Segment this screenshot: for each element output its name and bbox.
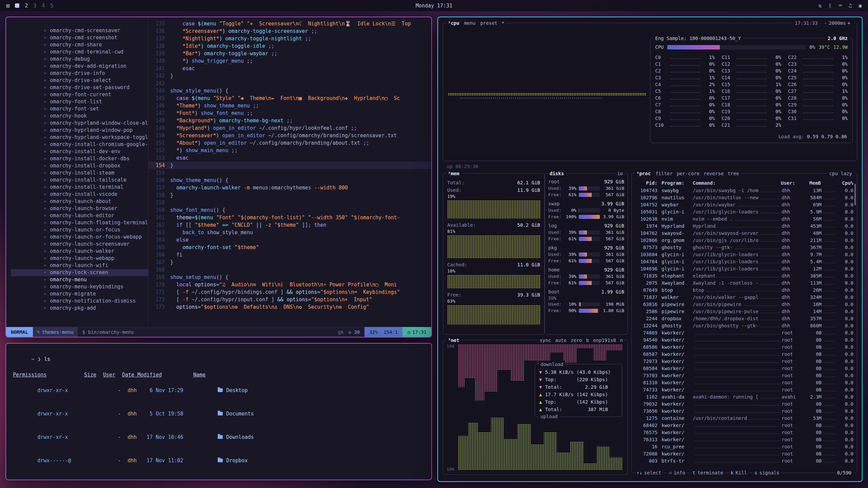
- process-row[interactable]: 94540 kworker/ root 0B 0.0: [635, 337, 853, 344]
- mem-box-title[interactable]: ²mem: [446, 170, 461, 177]
- process-row[interactable]: 76575 kworker/ root 0B 0.0: [635, 429, 853, 436]
- proc-option-button[interactable]: reverse: [702, 170, 726, 177]
- code-line[interactable]: 172 [ -f ~/.config/hypr/input.conf ] && …: [149, 296, 431, 303]
- process-row[interactable]: 71837 walker /usr/bin/walker --gappl dhh…: [635, 294, 853, 301]
- proc-box-title[interactable]: ⁴proc: [634, 170, 653, 177]
- process-row[interactable]: 2244 dropbox /home/dhh/.dropbox-dist dhh…: [635, 315, 853, 322]
- code-line[interactable]: 153 esac: [149, 154, 431, 162]
- interval-minus-button[interactable]: -: [823, 20, 829, 26]
- process-row[interactable]: 103684 glycin-i /usr/lib/glycin-loaders …: [635, 251, 853, 258]
- process-row[interactable]: 72088 kworker/ root 0B 0.0: [635, 450, 853, 458]
- process-row[interactable]: 68402 kworker/ root 0B 0.0: [635, 422, 853, 429]
- code-line[interactable]: 173 options="$options\n⚙ Defaults\n♁ DNS…: [149, 303, 431, 311]
- process-row[interactable]: 72073 kworker/ root 0B 0.0: [635, 358, 853, 365]
- io-toggle[interactable]: io: [615, 170, 625, 177]
- workspace-button[interactable]: 5: [50, 3, 53, 9]
- process-row[interactable]: 76313 kworker/ root 0B 0.0: [635, 436, 853, 443]
- code-line[interactable]: 158}: [149, 191, 431, 199]
- process-row[interactable]: 68587 kworker/ root 0B 0.0: [635, 351, 853, 358]
- process-row[interactable]: 68586 kworker/ root 0B 0.0: [635, 344, 853, 351]
- workspace-1-active[interactable]: [15, 3, 19, 8]
- preset-star[interactable]: *: [500, 20, 506, 26]
- keyboard-icon[interactable]: ⌨: [839, 2, 842, 9]
- process-row[interactable]: 104752 waybar /usr/bin/waybar dhh 69M 0.…: [635, 201, 853, 208]
- code-line[interactable]: 160show_font_menu() {: [149, 206, 431, 214]
- proc-action-button[interactable]: ↑↓select: [635, 469, 663, 476]
- process-row[interactable]: 81310 kworker/ root 0B 0.0: [635, 379, 853, 386]
- proc-scrollbar[interactable]: [854, 184, 856, 205]
- power-icon[interactable]: ◉: [859, 2, 862, 9]
- code-line[interactable]: 166 fi: [149, 251, 431, 259]
- code-line[interactable]: 168: [149, 266, 431, 273]
- process-row[interactable]: 73656 kworker/ root 0B 0.0: [635, 408, 853, 415]
- interval-plus-button[interactable]: +: [846, 20, 852, 26]
- code-line[interactable]: 151 *About*) open_in_editor ~/.config/om…: [149, 139, 431, 147]
- header-mem[interactable]: MemB: [802, 180, 821, 186]
- process-row[interactable]: 102638 nvim nvim --embed . dhh 56M 0.0: [635, 216, 853, 223]
- proc-action-button[interactable]: ⏎info: [667, 469, 686, 476]
- header-program[interactable]: Program:: [657, 180, 693, 186]
- process-row[interactable]: 102866 org.gnom /usr/bin/gjs /usr/lib/o …: [635, 237, 853, 244]
- proc-option-button[interactable]: per-core: [675, 170, 702, 177]
- process-row[interactable]: 104743 swaybg /usr/bin/swaybg -i /hom dh…: [635, 187, 853, 194]
- process-row[interactable]: 74733 kworker/ root 0B 0.0: [635, 386, 853, 393]
- process-row[interactable]: 803 btrfs-tr root 0B 0.0: [635, 458, 853, 465]
- workspace-button[interactable]: 4: [42, 3, 45, 9]
- code-line[interactable]: 144show_style_menu() {: [149, 87, 431, 95]
- code-line[interactable]: 136 *Screensaver*) omarchy-toggle-screen…: [149, 27, 431, 35]
- process-row[interactable]: 79032 kworker/ root 0B 0.0: [635, 401, 853, 408]
- git-branch[interactable]: ⌥themes-menu: [33, 327, 78, 337]
- proc-option-button[interactable]: filter: [653, 170, 675, 177]
- code-line[interactable]: 138 *Idle*) omarchy-toggle-idle ;;: [149, 42, 431, 50]
- proc-action-button[interactable]: tterminate: [691, 469, 725, 476]
- code-line[interactable]: 148 *Background*) omarchy-theme-bg-next …: [149, 117, 431, 124]
- code-line[interactable]: 170 local options="♫ Audio\n≋ Wifi\nᛒ Bl…: [149, 281, 431, 288]
- header-cpu[interactable]: Cpu%: [837, 180, 853, 186]
- disks-box-title[interactable]: disks: [548, 170, 566, 177]
- code-line[interactable]: 149 *Hyprland*) open_in_editor ~/.config…: [149, 124, 431, 132]
- code-line[interactable]: 171 [ -f ~/.config/hypr/bindings.conf ] …: [149, 288, 431, 296]
- menu-button[interactable]: menu: [462, 20, 478, 26]
- process-row[interactable]: 104762 swayosd- /usr/bin/swayosd-server …: [635, 230, 853, 237]
- code-line[interactable]: 159: [149, 199, 431, 206]
- proc-action-button[interactable]: ssignals: [753, 469, 781, 476]
- sort-selector[interactable]: cpu lazy: [827, 170, 854, 177]
- cpu-box-title[interactable]: ¹cpu: [446, 20, 461, 26]
- process-row[interactable]: 104784 glycin-i /usr/lib/glycin-loaders …: [635, 258, 853, 265]
- code-line[interactable]: 154}: [149, 162, 431, 169]
- code-line[interactable]: 147 *Font*) show_font_menu ;;: [149, 109, 431, 117]
- code-line[interactable]: 163 back_to show_style_menu: [149, 229, 431, 236]
- process-row[interactable]: 1275 containe /usr/bin/containerd root 5…: [635, 415, 853, 422]
- process-row[interactable]: 16 rcu_pree root 0B 0.0: [635, 443, 853, 450]
- code-line[interactable]: 142}: [149, 72, 431, 80]
- code-line[interactable]: 157 omarchy-launch-walker -m menus:omarc…: [149, 184, 431, 191]
- process-row[interactable]: 104696 glycin-i /usr/lib/glycin-loaders …: [635, 265, 853, 272]
- process-row[interactable]: 73703 kworker/ root 0B 0.0: [635, 372, 853, 379]
- screenshare-icon[interactable]: ⇅: [818, 2, 822, 9]
- process-row[interactable]: 87649 btop btop dhh 26M 0.0: [635, 287, 853, 294]
- process-row[interactable]: 1974 Hyprland Hyprland dhh 453M 0.0: [635, 223, 853, 230]
- process-row[interactable]: 2075 Xwayland Xwayland :1 -rootless - dh…: [635, 280, 853, 287]
- process-row[interactable]: 1162 avahi-da avahi-daemon: running [ av…: [635, 393, 853, 401]
- code-line[interactable]: 137 *Nightlight*) omarchy-toggle-nightli…: [149, 35, 431, 42]
- code-line[interactable]: 169show_setup_menu() {: [149, 273, 431, 281]
- code-line[interactable]: 152 *) show_main_menu ;;: [149, 147, 431, 154]
- bluetooth-icon[interactable]: ᛒ: [828, 2, 832, 9]
- process-row[interactable]: 74869 kworker/ root 0B 0.0: [635, 329, 853, 337]
- header-pid[interactable]: Pid:: [635, 180, 657, 186]
- code-line[interactable]: 167}: [149, 259, 431, 266]
- code-line[interactable]: 150 *Screensaver*) open_in_editor ~/.con…: [149, 132, 431, 139]
- code-line[interactable]: 135 case $(menu "Toggle" "✶ Screensaver\…: [149, 20, 431, 27]
- process-row[interactable]: 63816 pipewire /usr/bin/pipewire dhh 16M…: [635, 301, 853, 308]
- proc-option-button[interactable]: tree: [726, 170, 741, 177]
- apps-icon[interactable]: ⊞: [6, 2, 9, 9]
- process-row[interactable]: 102796 nautilus /usr/bin/nautilus --new …: [635, 194, 853, 201]
- code-line[interactable]: 155: [149, 169, 431, 177]
- code-line[interactable]: 156show_theme_menu() {: [149, 177, 431, 184]
- proc-action-button[interactable]: kKill: [729, 469, 748, 476]
- volume-icon[interactable]: ♫: [849, 2, 852, 9]
- workspace-button[interactable]: 2: [25, 3, 28, 9]
- header-command[interactable]: Command:: [693, 180, 715, 186]
- code-line[interactable]: 140 *) show_trigger_menu ;;: [149, 57, 431, 65]
- process-row[interactable]: 68584 kworker/ root 0B 0.0: [635, 365, 853, 372]
